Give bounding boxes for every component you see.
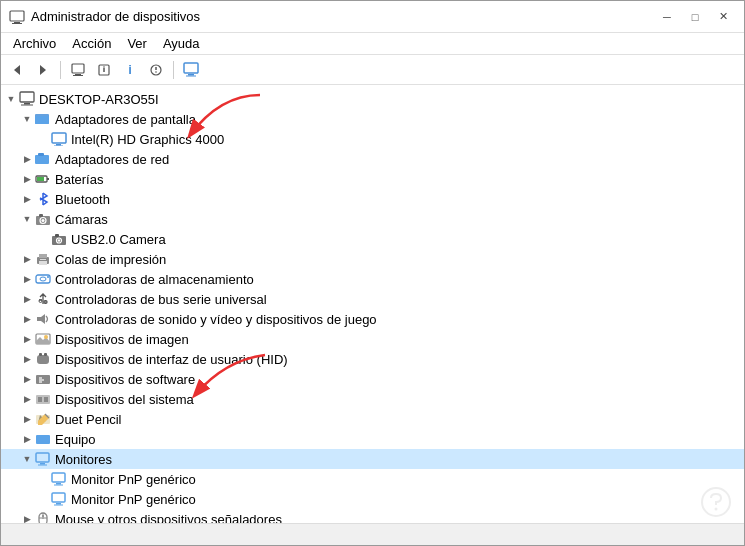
monitor-pnp-2-label: Monitor PnP genérico (71, 492, 196, 507)
expand-ctrl-sonido[interactable]: ▶ (19, 311, 35, 327)
bluetooth-icon (35, 191, 51, 207)
expand-colas[interactable]: ▶ (19, 251, 35, 267)
ctrl-almacenamiento-label: Controladoras de almacenamiento (55, 272, 254, 287)
svg-rect-65 (38, 465, 47, 466)
svg-point-43 (40, 277, 46, 281)
battery-folder-icon (35, 171, 51, 187)
expand-hid[interactable]: ▶ (19, 351, 35, 367)
svg-rect-59 (38, 397, 42, 402)
tree-item-monitores[interactable]: ▼ Monitores (1, 449, 744, 469)
svg-rect-19 (21, 105, 33, 106)
tree-item-disp-imagen[interactable]: ▶ Dispositivos de imagen (1, 329, 744, 349)
svg-rect-26 (38, 153, 44, 156)
svg-rect-62 (36, 435, 50, 444)
menu-ver[interactable]: Ver (119, 34, 155, 53)
expand-adaptadores-pantalla[interactable]: ▼ (19, 111, 35, 127)
svg-point-75 (42, 515, 44, 517)
storage-folder-icon (35, 271, 51, 287)
svg-rect-14 (184, 63, 198, 73)
expand-monitores[interactable]: ▼ (19, 451, 35, 467)
tree-item-colas-impresion[interactable]: ▶ Colas de impresión (1, 249, 744, 269)
toolbar-btn-4[interactable] (92, 58, 116, 82)
tree-item-bluetooth[interactable]: ▶ Bluetooth (1, 189, 744, 209)
expand-monitor-pnp-2: ▶ (35, 491, 51, 507)
svg-marker-49 (36, 337, 50, 344)
tree-item-ctrl-usb[interactable]: ▶ Controladoras de bus serie universal (1, 289, 744, 309)
expand-disp-sistema[interactable]: ▶ (19, 391, 35, 407)
tree-item-usb-camera[interactable]: ▶ USB2.0 Camera (1, 229, 744, 249)
tree-item-camaras[interactable]: ▼ Cámaras (1, 209, 744, 229)
menu-ayuda[interactable]: Ayuda (155, 34, 208, 53)
duet-pencil-label: Duet Pencil (55, 412, 121, 427)
svg-rect-7 (73, 75, 83, 76)
tree-item-disp-sistema[interactable]: ▶ Dispositivos del sistema (1, 389, 744, 409)
help-icon (701, 487, 731, 520)
forward-button[interactable] (31, 58, 55, 82)
tree-item-intel-hd[interactable]: ▶ Intel(R) HD Graphics 4000 (1, 129, 744, 149)
expand-root[interactable]: ▼ (3, 91, 19, 107)
expand-bluetooth[interactable]: ▶ (19, 191, 35, 207)
svg-point-44 (47, 276, 49, 278)
hid-label: Dispositivos de interfaz de usuario (HID… (55, 352, 288, 367)
tree-item-monitor-pnp-2[interactable]: ▶ Monitor PnP genérico (1, 489, 744, 509)
computer-icon (19, 91, 35, 107)
tree-item-adaptadores-pantalla[interactable]: ▼ Adaptadores de pantalla (1, 109, 744, 129)
menu-archivo[interactable]: Archivo (5, 34, 64, 53)
toolbar-btn-info[interactable]: i (118, 58, 142, 82)
menu-accion[interactable]: Acción (64, 34, 119, 53)
expand-baterias[interactable]: ▶ (19, 171, 35, 187)
monitor-device-icon-1 (51, 471, 67, 487)
svg-rect-5 (72, 64, 84, 73)
svg-rect-70 (56, 503, 61, 505)
tree-item-ctrl-almacenamiento[interactable]: ▶ Controladoras de almacenamiento (1, 269, 744, 289)
baterias-label: Baterías (55, 172, 103, 187)
expand-ctrl-almacenamiento[interactable]: ▶ (19, 271, 35, 287)
monitor-device-icon-2 (51, 491, 67, 507)
svg-rect-40 (39, 261, 47, 265)
tree-root[interactable]: ▼ DESKTOP-AR3O55I (1, 89, 744, 109)
network-folder-icon (35, 151, 51, 167)
tree-item-ctrl-sonido[interactable]: ▶ Controladoras de sonido y vídeo y disp… (1, 309, 744, 329)
separator-1 (60, 61, 61, 79)
expand-disp-imagen[interactable]: ▶ (19, 331, 35, 347)
expand-disp-software[interactable]: ▶ (19, 371, 35, 387)
system-folder-icon (35, 391, 51, 407)
expand-duet-pencil[interactable]: ▶ (19, 411, 35, 427)
menu-bar: Archivo Acción Ver Ayuda (1, 33, 744, 55)
expand-adaptadores-red[interactable]: ▶ (19, 151, 35, 167)
tree-item-equipo[interactable]: ▶ Equipo (1, 429, 744, 449)
device-tree[interactable]: ▼ DESKTOP-AR3O55I ▼ (1, 85, 744, 523)
tree-item-adaptadores-red[interactable]: ▶ Adaptadores de red (1, 149, 744, 169)
tree-item-duet-pencil[interactable]: ▶ Duet Pencil (1, 409, 744, 429)
svg-rect-21 (35, 116, 49, 124)
software-folder-icon (35, 371, 51, 387)
back-button[interactable] (5, 58, 29, 82)
usb-camera-label: USB2.0 Camera (71, 232, 166, 247)
toolbar-btn-3[interactable] (66, 58, 90, 82)
svg-rect-68 (54, 485, 63, 486)
tree-item-mouse[interactable]: ▶ Mouse y otros dispositivos señaladores (1, 509, 744, 523)
expand-mouse[interactable]: ▶ (19, 511, 35, 523)
svg-rect-18 (24, 103, 30, 105)
svg-rect-71 (54, 505, 63, 506)
svg-point-32 (42, 219, 45, 222)
tree-item-hid[interactable]: ▶ Dispositivos de interfaz de usuario (H… (1, 349, 744, 369)
title-bar: Administrador de dispositivos ─ □ ✕ (1, 1, 744, 33)
expand-ctrl-usb[interactable]: ▶ (19, 291, 35, 307)
minimize-button[interactable]: ─ (654, 7, 680, 27)
image-folder-icon (35, 331, 51, 347)
tree-item-baterias[interactable]: ▶ Baterías (1, 169, 744, 189)
toolbar-btn-5[interactable] (144, 58, 168, 82)
expand-equipo[interactable]: ▶ (19, 431, 35, 447)
svg-rect-24 (54, 146, 63, 147)
status-bar (1, 523, 744, 545)
tree-item-disp-software[interactable]: ▶ Dispositivos de software (1, 369, 744, 389)
monitor-toolbar-button[interactable] (179, 58, 203, 82)
close-button[interactable]: ✕ (710, 7, 736, 27)
expand-camaras[interactable]: ▼ (19, 211, 35, 227)
maximize-button[interactable]: □ (682, 7, 708, 27)
svg-rect-22 (52, 133, 66, 143)
tree-item-monitor-pnp-1[interactable]: ▶ Monitor PnP genérico (1, 469, 744, 489)
svg-rect-2 (12, 23, 22, 24)
svg-rect-51 (37, 355, 49, 364)
